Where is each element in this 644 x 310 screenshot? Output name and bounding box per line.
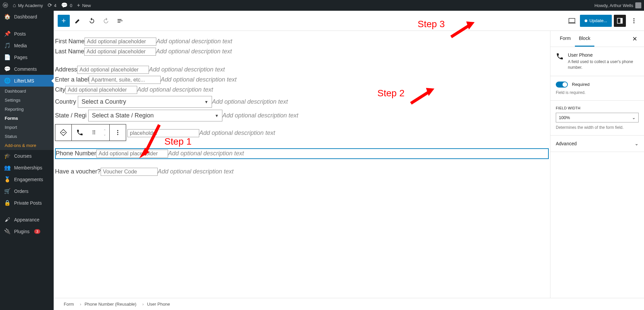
site-name[interactable]: ⌂My Academy xyxy=(13,3,43,8)
site-name-label: My Academy xyxy=(18,3,43,8)
comments[interactable]: 💬0 xyxy=(61,3,72,8)
plus-icon: + xyxy=(77,3,80,8)
admin-bar: ⓦ ⌂My Academy ⟳4 💬0 +New Howdy, Arthur W… xyxy=(0,0,644,11)
avatar xyxy=(635,2,641,8)
updates[interactable]: ⟳4 xyxy=(48,3,56,8)
howdy-text: Howdy, Arthur Wells xyxy=(594,3,633,8)
comment-icon: 💬 xyxy=(61,3,68,8)
update-count: 4 xyxy=(54,3,56,8)
howdy[interactable]: Howdy, Arthur Wells xyxy=(594,2,641,8)
new-content[interactable]: +New xyxy=(77,3,91,8)
new-label: New xyxy=(82,3,91,8)
comment-count: 0 xyxy=(70,3,72,8)
updates-icon: ⟳ xyxy=(48,3,52,8)
home-icon: ⌂ xyxy=(13,3,16,8)
wp-logo[interactable]: ⓦ xyxy=(3,3,8,8)
wordpress-icon: ⓦ xyxy=(3,3,8,8)
